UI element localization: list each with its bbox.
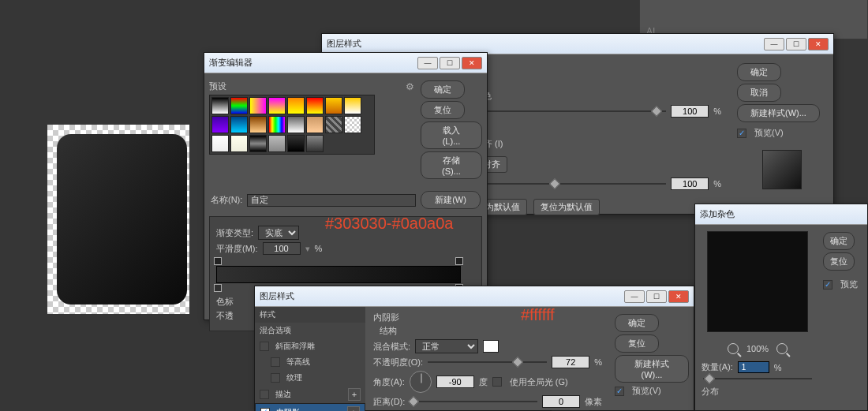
- minimize-button[interactable]: —: [764, 38, 784, 50]
- gradient-editor-window: 渐变编辑器 —☐✕ 预设⚙ 确定 复位 载入(L)... 存储(S)... 名称…: [204, 52, 488, 320]
- maximize-button[interactable]: ☐: [646, 290, 667, 303]
- close-button[interactable]: ✕: [808, 38, 829, 50]
- fx-item[interactable]: 描边+: [255, 386, 365, 403]
- preset[interactable]: [306, 116, 324, 133]
- preset[interactable]: [344, 97, 361, 114]
- preset[interactable]: [211, 97, 229, 114]
- type-select[interactable]: 实底: [258, 226, 299, 240]
- preset[interactable]: [344, 116, 361, 133]
- maximize-button[interactable]: ☐: [786, 38, 806, 50]
- preset[interactable]: [268, 135, 286, 152]
- fx-blend-options[interactable]: 混合选项: [255, 323, 365, 338]
- preset[interactable]: [306, 135, 324, 152]
- ok-button[interactable]: 确定: [737, 63, 781, 81]
- preset[interactable]: [230, 135, 248, 152]
- preset[interactable]: [211, 116, 229, 133]
- name-label: 名称(N):: [211, 194, 242, 206]
- fx-item[interactable]: 斜面和浮雕: [255, 338, 365, 354]
- titlebar[interactable]: 渐变编辑器 —☐✕: [204, 53, 487, 73]
- scale-input[interactable]: [671, 177, 709, 190]
- angle-input[interactable]: [436, 376, 474, 388]
- preset[interactable]: [306, 97, 324, 114]
- minimize-button[interactable]: —: [624, 290, 645, 303]
- save-button[interactable]: 存储(S)...: [421, 151, 482, 179]
- amount-input[interactable]: [738, 361, 769, 373]
- preview-checkbox[interactable]: [737, 129, 746, 138]
- zoom-out-icon[interactable]: [728, 343, 739, 354]
- amount-label: 数量(A):: [702, 361, 733, 373]
- ok-button[interactable]: 确定: [823, 232, 855, 250]
- new-style-button[interactable]: 新建样式(W)...: [737, 104, 820, 122]
- distance-input[interactable]: [542, 395, 580, 408]
- preset[interactable]: [287, 97, 305, 114]
- presets-label: 预设: [209, 80, 226, 92]
- minimize-button[interactable]: —: [417, 57, 438, 69]
- preset[interactable]: [268, 116, 286, 133]
- smooth-input[interactable]: [263, 242, 301, 255]
- preset[interactable]: [287, 135, 305, 152]
- preview-checkbox[interactable]: [615, 387, 624, 396]
- window-title: 图层样式: [260, 290, 624, 302]
- blend-select[interactable]: 正常: [415, 339, 478, 353]
- global-checkbox[interactable]: [492, 377, 502, 387]
- add-icon[interactable]: +: [347, 406, 360, 411]
- angle-dial[interactable]: [410, 371, 432, 393]
- preset[interactable]: [249, 116, 267, 133]
- dist-label: 分布: [695, 384, 820, 399]
- fx-header: 样式: [255, 307, 365, 323]
- color-stop[interactable]: [214, 284, 222, 292]
- name-input[interactable]: [247, 194, 416, 207]
- preset[interactable]: [325, 116, 342, 133]
- reset-button[interactable]: 复位: [615, 334, 659, 353]
- titlebar[interactable]: 图层样式 —☐✕: [255, 286, 694, 307]
- fx-item[interactable]: 等高线: [255, 354, 365, 370]
- cancel-button[interactable]: 取消: [737, 84, 781, 102]
- opacity-input[interactable]: [552, 356, 589, 368]
- opacity-slider[interactable]: [428, 361, 547, 363]
- maximize-button[interactable]: ☐: [440, 57, 460, 69]
- layer-style-innershadow-window: 图层样式 —☐✕ 样式 混合选项 斜面和浮雕 等高线 纹理 描边+ 内阴影+ 内…: [254, 286, 694, 411]
- preset-grid: [209, 95, 375, 155]
- blend-label: 混合模式:: [373, 341, 410, 353]
- preset[interactable]: [230, 116, 248, 133]
- angle-label: 角度(A):: [373, 376, 405, 388]
- window-title: 渐变编辑器: [209, 57, 417, 69]
- close-button[interactable]: ✕: [462, 57, 482, 69]
- add-icon[interactable]: +: [348, 388, 361, 401]
- new-style-button[interactable]: 新建样式(W)...: [615, 355, 689, 383]
- opacity-input[interactable]: [671, 105, 709, 118]
- opacity-stop[interactable]: [455, 257, 463, 265]
- ok-button[interactable]: 确定: [615, 314, 659, 332]
- preset[interactable]: [249, 97, 267, 114]
- fx-item[interactable]: 纹理: [255, 370, 365, 386]
- preset[interactable]: [230, 97, 248, 114]
- preset[interactable]: [249, 135, 267, 152]
- color-swatch[interactable]: [483, 340, 499, 353]
- subsection-label: 结构: [380, 325, 602, 337]
- close-button[interactable]: ✕: [668, 290, 689, 303]
- distance-slider[interactable]: [410, 401, 537, 402]
- ok-button[interactable]: 确定: [421, 80, 465, 99]
- reset-button[interactable]: 复位: [823, 252, 855, 271]
- fx-item-selected[interactable]: 内阴影+: [255, 403, 365, 411]
- preset[interactable]: [211, 135, 229, 152]
- load-button[interactable]: 载入(L)...: [421, 121, 482, 149]
- preset[interactable]: [268, 97, 286, 114]
- stops-label: 色标: [216, 296, 234, 308]
- zoom-in-icon[interactable]: [776, 343, 788, 354]
- smooth-label: 平滑度(M):: [216, 243, 258, 255]
- gear-icon[interactable]: ⚙: [406, 81, 414, 92]
- reset-button[interactable]: 复位: [421, 101, 465, 119]
- reset-default-button[interactable]: 复位为默认值: [533, 199, 600, 215]
- preset[interactable]: [287, 116, 305, 133]
- add-noise-window: 添加杂色 100% 数量(A):% 分布 确定 复位 预览: [694, 204, 868, 411]
- canvas-shape: [57, 134, 187, 305]
- titlebar[interactable]: 添加杂色: [695, 204, 867, 225]
- opacity-stop[interactable]: [214, 257, 222, 265]
- opacity-stop-label: 不透: [216, 310, 234, 322]
- amount-slider[interactable]: [703, 378, 812, 379]
- gradient-bar[interactable]: [216, 266, 461, 283]
- new-button[interactable]: 新建(W): [421, 191, 481, 209]
- preset[interactable]: [325, 97, 342, 114]
- preview-checkbox[interactable]: [823, 280, 832, 290]
